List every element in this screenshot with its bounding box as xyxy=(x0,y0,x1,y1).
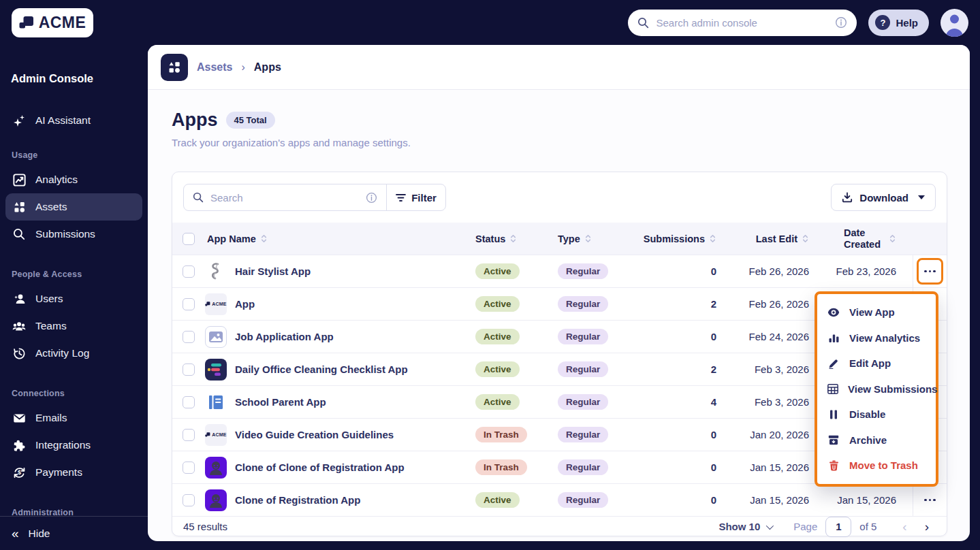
column-header-submissions[interactable]: Submissions xyxy=(648,233,716,244)
sidebar-item-users[interactable]: Users xyxy=(5,285,142,312)
sort-icon[interactable] xyxy=(709,233,716,244)
sparkles-icon xyxy=(12,114,27,127)
notebook-icon xyxy=(205,391,227,413)
row-actions-button-highlighted[interactable] xyxy=(917,258,943,285)
app-name[interactable]: App xyxy=(235,298,255,310)
trash-icon xyxy=(827,460,840,471)
breadcrumb-assets-link[interactable]: Assets xyxy=(197,61,232,74)
sidebar-item-label: AI Assistant xyxy=(35,114,91,127)
sidebar-item-integrations[interactable]: Integrations xyxy=(5,432,142,459)
submissions-count: 0 xyxy=(648,462,716,473)
row-checkbox[interactable] xyxy=(183,265,195,278)
sort-icon[interactable] xyxy=(260,233,268,244)
analytics-icon xyxy=(12,174,27,187)
menu-item-view-app[interactable]: View App xyxy=(817,300,936,325)
magnifier-icon xyxy=(12,228,27,240)
puzzle-icon xyxy=(12,439,27,452)
column-header-status[interactable]: Status xyxy=(466,233,546,244)
page-title: Apps xyxy=(172,110,218,131)
app-name[interactable]: Clone of Clone of Registration App xyxy=(235,462,405,473)
assets-tile-icon xyxy=(161,54,188,81)
row-checkbox[interactable] xyxy=(183,363,195,376)
row-checkbox[interactable] xyxy=(183,494,195,506)
archive-icon xyxy=(827,435,840,445)
next-page-button[interactable]: › xyxy=(918,519,936,534)
total-count-badge: 45 Total xyxy=(226,112,275,129)
chevron-right-icon: › xyxy=(241,61,244,74)
app-name[interactable]: Video Guide Creation Guidelines xyxy=(235,429,394,440)
acme-logo[interactable]: ACME xyxy=(12,8,93,37)
envelope-icon xyxy=(12,412,27,425)
select-all-checkbox[interactable] xyxy=(183,233,195,245)
type-badge: Regular xyxy=(558,492,608,508)
search-icon xyxy=(637,17,649,29)
sidebar-title: Admin Console xyxy=(11,72,137,85)
menu-item-view-analytics[interactable]: View Analytics xyxy=(817,325,936,351)
row-checkbox[interactable] xyxy=(183,396,195,408)
last-edit-date: Feb 3, 2026 xyxy=(716,396,809,408)
dollar-cycle-icon: $ xyxy=(12,466,27,479)
status-badge: Active xyxy=(475,492,520,508)
last-edit-date: Feb 24, 2026 xyxy=(716,331,809,342)
sidebar-item-label: Assets xyxy=(35,201,67,213)
column-header-last-edit[interactable]: Last Edit xyxy=(716,233,809,244)
sidebar-collapse-button[interactable]: « Hide xyxy=(0,516,148,550)
type-badge: Regular xyxy=(558,296,608,312)
admin-search-input[interactable] xyxy=(656,17,828,29)
column-header-type[interactable]: Type xyxy=(546,233,648,244)
sidebar-item-emails[interactable]: Emails xyxy=(5,404,142,432)
menu-item-move-to-trash[interactable]: Move to Trash xyxy=(817,453,936,479)
row-checkbox[interactable] xyxy=(183,298,195,310)
sidebar-item-ai-assistant[interactable]: AI Assistant xyxy=(5,107,142,134)
sidebar-item-label: Teams xyxy=(35,320,67,332)
submissions-count: 0 xyxy=(648,331,716,342)
row-checkbox[interactable] xyxy=(183,462,195,474)
menu-item-archive[interactable]: Archive xyxy=(817,427,936,453)
column-header-date-created[interactable]: Date Created xyxy=(809,227,913,250)
page-input[interactable] xyxy=(825,517,851,537)
sidebar-item-submissions[interactable]: Submissions xyxy=(5,221,142,248)
table-search[interactable] xyxy=(184,184,386,210)
menu-item-disable[interactable]: Disable xyxy=(817,402,936,427)
app-name[interactable]: Clone of Registration App xyxy=(235,494,360,506)
app-name[interactable]: School Parent App xyxy=(235,396,326,408)
admin-search[interactable] xyxy=(628,10,857,36)
row-checkbox[interactable] xyxy=(183,429,195,441)
column-header-app-name[interactable]: App Name xyxy=(205,233,466,244)
date-created: Feb 23, 2026 xyxy=(809,265,913,277)
results-count: 45 results xyxy=(183,521,227,532)
user-avatar[interactable] xyxy=(941,9,968,37)
sidebar-item-payments[interactable]: $ Payments xyxy=(5,459,142,486)
previous-page-button[interactable]: ‹ xyxy=(891,519,917,534)
status-badge: Active xyxy=(475,296,520,312)
info-icon[interactable] xyxy=(835,16,847,29)
row-checkbox[interactable] xyxy=(183,331,195,343)
app-name[interactable]: Daily Office Cleaning Checklist App xyxy=(235,363,408,375)
sort-icon[interactable] xyxy=(509,233,517,244)
sort-icon[interactable] xyxy=(584,233,592,244)
menu-item-view-submissions[interactable]: View Submissions xyxy=(817,376,936,402)
show-per-page-select[interactable]: Show 10 xyxy=(718,521,772,532)
filter-button[interactable]: Filter xyxy=(387,184,445,210)
brand-name: ACME xyxy=(39,14,86,32)
download-button[interactable]: Download xyxy=(831,184,936,211)
sidebar-item-assets[interactable]: Assets xyxy=(5,193,142,221)
app-name[interactable]: Hair Stylist App xyxy=(235,265,311,277)
pencil-icon xyxy=(827,358,840,369)
row-actions-button[interactable] xyxy=(920,495,940,506)
sort-icon[interactable] xyxy=(802,233,809,244)
menu-item-edit-app[interactable]: Edit App xyxy=(817,351,936,376)
help-button[interactable]: ? Help xyxy=(868,10,929,36)
info-icon[interactable] xyxy=(366,192,377,204)
sidebar-item-teams[interactable]: Teams xyxy=(5,312,142,340)
page-of-label: of 5 xyxy=(859,521,876,532)
assets-icon xyxy=(12,201,27,213)
app-name[interactable]: Job Application App xyxy=(235,331,334,342)
sidebar-item-analytics[interactable]: Analytics xyxy=(5,166,142,193)
sidebar-item-label: Integrations xyxy=(35,439,91,451)
table-search-input[interactable] xyxy=(210,192,359,204)
sidebar-item-activity-log[interactable]: Activity Log xyxy=(5,340,142,367)
type-badge: Regular xyxy=(558,329,608,344)
breadcrumb: Assets › Apps xyxy=(148,45,970,90)
sort-icon[interactable] xyxy=(889,233,896,244)
